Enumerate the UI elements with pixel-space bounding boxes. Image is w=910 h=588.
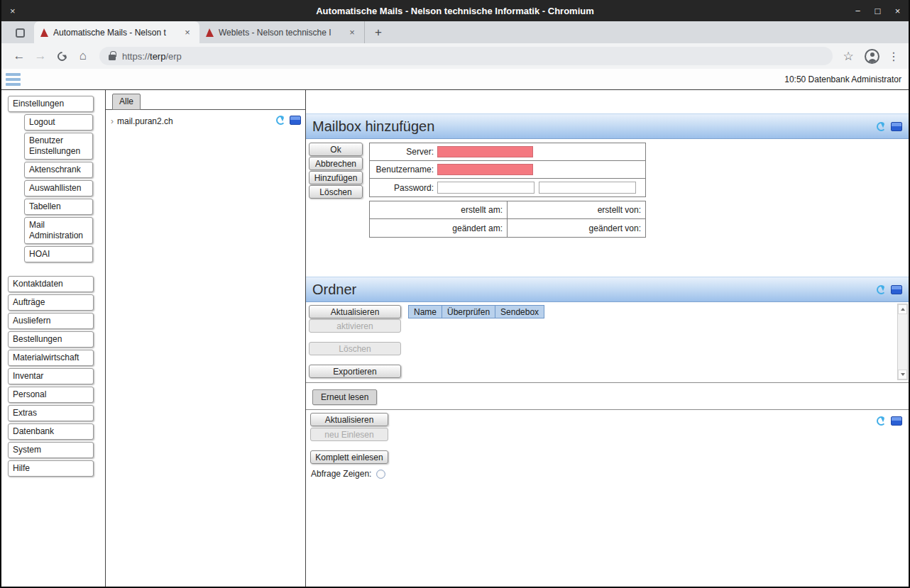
mailbox-form-area: Ok Abbrechen Hinzufügen Löschen Server: … [306,139,909,277]
lock-icon[interactable] [109,55,116,60]
sidebar-item-bestellungen[interactable]: Bestellungen [8,331,94,348]
sidebar-item-logout[interactable]: Logout [24,114,93,131]
url-text: https://terp/erp [122,51,182,62]
abbrechen-button[interactable]: Abbrechen [309,157,363,170]
tab-label: Automatische Mails - Nelson t [53,28,177,38]
tab-automatische-mails[interactable]: Automatische Mails - Nelson t × [34,21,199,43]
tab-close-icon[interactable]: × [182,27,193,38]
minimize-button[interactable]: − [853,6,863,16]
sidebar-item-inventar[interactable]: Inventar [8,368,94,384]
server-input[interactable] [437,146,533,157]
column-header-name[interactable]: Name [408,305,442,318]
sidebar-item-hoai[interactable]: HOAI [24,246,93,262]
reload-icon[interactable] [51,45,72,67]
server-label: Server: [370,147,437,157]
loeschen-button[interactable]: Löschen [309,185,363,199]
reread-aktualisieren-button[interactable]: Aktualisieren [310,413,388,426]
back-icon[interactable]: ← [9,45,30,67]
benutzername-input[interactable] [437,164,533,175]
sidebar-item-aktenschrank[interactable]: Aktenschrank [24,162,93,178]
arrow-up-icon [901,306,905,311]
tab-erneut-lesen[interactable]: Erneut lesen [312,389,377,405]
sidebar-group-gap [1,265,105,274]
panel-icon[interactable] [891,122,902,131]
sidebar-item-ausliefern[interactable]: Ausliefern [8,313,94,329]
abfrage-zeigen-radio[interactable] [376,470,385,479]
refresh-icon[interactable] [877,122,886,131]
bookmark-star-icon[interactable]: ☆ [838,49,858,64]
sidebar-item-extras[interactable]: Extras [8,405,94,421]
aktualisieren-button[interactable]: Aktualisieren [309,305,401,318]
sidebar-item-auswahllisten[interactable]: Auswahllisten [24,180,93,196]
reread-area: Aktualisieren neu Einlesen Komplett einl… [306,410,909,587]
refresh-icon[interactable] [877,285,886,294]
tab-close-icon[interactable]: × [346,27,358,38]
tab-alle[interactable]: Alle [112,94,141,110]
close-button[interactable]: × [892,6,903,16]
ordner-loeschen-button: Löschen [309,342,401,355]
browser-menu-icon[interactable]: ⋮ [886,50,901,63]
content-spacer [306,90,909,113]
browser-window: × Automatische Mails - Nelson technische… [0,0,910,588]
password-confirm-input[interactable] [539,182,636,194]
tab-label: Weblets - Nelson technische I [219,28,341,38]
sidebar-item-hilfe[interactable]: Hilfe [8,460,94,477]
tree-item-label: mail.puran2.ch [117,116,173,126]
tab-overview-button[interactable] [9,23,31,43]
url-host: terp [150,51,165,62]
content-panel: Mailbox hinzufügen Ok Abbrechen Hinzufüg… [306,90,909,587]
column-header-ueberpruefen[interactable]: Überprüfen [442,305,495,318]
record-meta-table: erstellt am: erstellt von: geändert am: … [369,201,646,238]
ok-button[interactable]: Ok [309,143,363,156]
tab-weblets[interactable]: Weblets - Nelson technische I × [199,21,365,43]
ordner-section-header: Ordner [306,277,909,302]
url-scheme: https:// [122,51,150,62]
sidebar: Einstellungen Logout Benutzer Einstellun… [1,90,106,587]
sidebar-item-mail-administration[interactable]: Mail Administration [24,217,93,244]
column-header-sendebox[interactable]: Sendebox [495,305,544,318]
url-path: /erp [165,51,181,62]
sidebar-item-benutzer-einstellungen[interactable]: Benutzer Einstellungen [24,133,93,160]
tab-overview-icon [16,28,25,38]
sidebar-item-tabellen[interactable]: Tabellen [24,199,93,215]
panel-icon[interactable] [891,416,902,426]
new-tab-button[interactable]: + [369,23,388,42]
form-row-server: Server: [370,143,645,161]
panel-icon[interactable] [891,285,902,294]
refresh-icon[interactable] [877,416,886,426]
tree-item-mailbox[interactable]: › mail.puran2.ch [106,110,305,126]
changed-at-label: geändert am: [370,219,508,237]
changed-by-label: geändert von: [508,219,645,237]
sidebar-item-system[interactable]: System [8,442,94,458]
chevron-right-icon[interactable]: › [111,116,114,126]
hamburger-menu-icon[interactable] [6,73,21,86]
site-favicon [40,28,48,37]
browser-toolbar: ← → ⌂ https://terp/erp ☆ ⋮ [1,43,909,69]
home-icon[interactable]: ⌂ [72,45,94,67]
abfrage-zeigen-label: Abfrage Zeigen: [311,469,371,479]
scroll-down-button[interactable] [898,370,907,379]
refresh-icon[interactable] [276,116,285,125]
sidebar-item-kontaktdaten[interactable]: Kontaktdaten [8,276,94,292]
panel-icon[interactable] [290,116,301,125]
address-bar[interactable]: https://terp/erp [99,47,833,65]
sidebar-item-auftraege[interactable]: Aufträge [8,294,94,311]
sidebar-item-materialwirtschaft[interactable]: Materialwirtschaft [8,350,94,366]
window-title: Automatische Mails - Nelson technische I… [316,6,594,16]
sidebar-item-personal[interactable]: Personal [8,387,94,403]
window-menu-close-icon[interactable]: × [10,6,16,16]
scroll-up-button[interactable] [898,304,907,314]
password-input[interactable] [437,182,535,194]
komplett-einlesen-button[interactable]: Komplett einlesen [310,450,388,464]
neu-einlesen-button: neu Einlesen [310,428,388,441]
mailbox-tree-panel: Alle › mail.puran2.ch [106,90,306,587]
exportieren-button[interactable]: Exportieren [309,365,401,378]
mailbox-section-title: Mailbox hinzufügen [312,118,877,135]
maximize-button[interactable]: □ [872,6,883,16]
ordner-section-title: Ordner [312,282,877,298]
hinzufuegen-button[interactable]: Hinzufügen [309,171,363,184]
sidebar-item-datenbank[interactable]: Datenbank [8,423,94,440]
vertical-scrollbar[interactable] [897,304,908,380]
sidebar-item-einstellungen[interactable]: Einstellungen [8,96,94,112]
profile-avatar-icon[interactable] [865,49,879,64]
